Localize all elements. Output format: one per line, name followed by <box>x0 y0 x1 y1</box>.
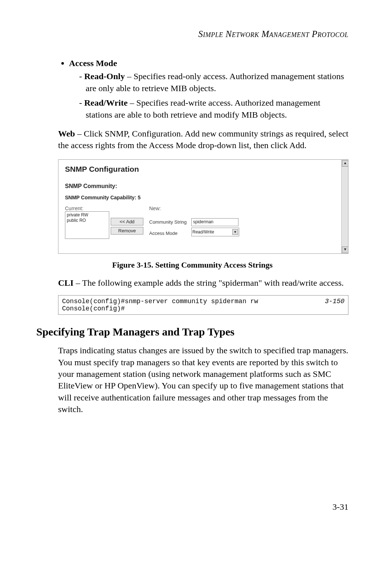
community-string-input[interactable]: spiderman <box>191 218 238 226</box>
figure-caption: Figure 3-15. Setting Community Access St… <box>36 260 348 270</box>
scroll-down-icon[interactable]: ▼ <box>342 247 348 253</box>
current-label: Current: <box>65 205 109 211</box>
snmp-config-screenshot: SNMP Configuration SNMP Community: SNMP … <box>58 159 348 254</box>
current-community-listbox[interactable]: private RW public RO <box>65 211 109 239</box>
read-write-item: Read/Write – Specifies read-write access… <box>79 97 348 121</box>
web-paragraph: Web – Click SNMP, Configuration. Add new… <box>58 128 348 151</box>
remove-button[interactable]: Remove <box>111 227 143 235</box>
scrollbar[interactable]: ▲ ▼ <box>341 160 348 253</box>
community-string-label: Community String <box>149 218 189 225</box>
panel-capability: SNMP Community Capability: 5 <box>65 195 339 200</box>
access-mode-label: Access Mode <box>69 58 117 68</box>
page-number: 3-31 <box>36 502 348 512</box>
section-paragraph: Traps indicating status changes are issu… <box>58 345 348 415</box>
cli-paragraph: CLI – The following example adds the str… <box>58 277 348 289</box>
cli-code-block: Console(config)#snmp-server community sp… <box>58 295 348 315</box>
panel-title: SNMP Configuration <box>65 165 339 174</box>
read-only-item: Read-Only – Specifies read-only access. … <box>79 70 348 94</box>
access-mode-select[interactable]: Read/Write ▼ <box>191 228 239 236</box>
list-item[interactable]: private RW <box>67 212 107 218</box>
access-mode-field-label: Access Mode <box>149 229 189 236</box>
running-header: Simple Network Management Protocol <box>36 29 348 39</box>
new-label: New: <box>149 205 189 211</box>
add-button[interactable]: << Add <box>111 218 143 225</box>
list-item[interactable]: public RO <box>67 218 107 223</box>
chevron-down-icon[interactable]: ▼ <box>232 229 238 235</box>
scroll-up-icon[interactable]: ▲ <box>342 160 348 167</box>
panel-subtitle: SNMP Community: <box>65 183 339 190</box>
access-mode-bullet: Access Mode Read-Only – Specifies read-o… <box>58 57 348 121</box>
section-heading: Specifying Trap Managers and Trap Types <box>36 326 348 338</box>
